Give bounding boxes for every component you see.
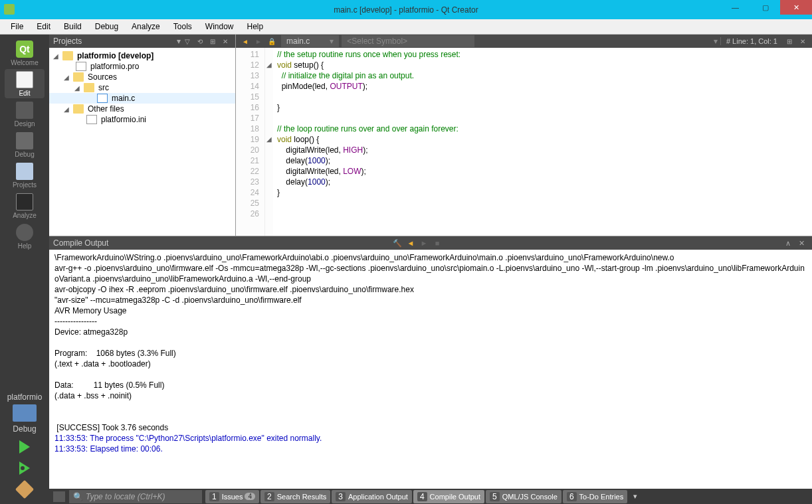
line-gutter: 11121314151617181920212223242526	[236, 48, 265, 236]
menu-tools[interactable]: Tools	[167, 20, 199, 33]
split-editor-icon[interactable]: ⊞	[783, 36, 795, 46]
status-tab-application-output[interactable]: 3Application Output	[332, 490, 412, 503]
editor-toolbar: ◄ ► 🔒 main.c▾ <Select Symbol> ▾ # Line: …	[236, 35, 812, 48]
menu-window[interactable]: Window	[199, 20, 241, 33]
projects-title: Projects	[53, 37, 177, 46]
output-title: Compile Output	[53, 238, 391, 248]
status-tab-compile-output[interactable]: 4Compile Output	[413, 490, 484, 503]
output-tabs: 1Issues42Search Results3Application Outp…	[205, 490, 628, 503]
tree-sources[interactable]: ◢Sources	[49, 72, 235, 82]
output-status: 11:33:53: The process "C:\Python27\Scrip…	[54, 434, 322, 454]
output-text: \FrameworkArduino\WString.o .pioenvs\ard…	[54, 253, 805, 432]
tree-root[interactable]: ◢platformio [develop]	[49, 50, 235, 61]
tree-other[interactable]: ◢Other files	[49, 104, 235, 114]
menu-build[interactable]: Build	[57, 20, 88, 33]
app-icon	[4, 4, 15, 15]
run-button[interactable]	[10, 438, 39, 456]
kit-name: platformio	[5, 392, 45, 402]
kit-selector[interactable]: platformio Debug	[5, 392, 45, 434]
fold-column[interactable]: ◢◢	[265, 48, 273, 236]
locator-input[interactable]: 🔍Type to locate (Ctrl+K)	[69, 490, 202, 503]
code-editor[interactable]: 11121314151617181920212223242526 ◢◢ // t…	[236, 48, 812, 236]
pro-file-icon	[76, 62, 86, 71]
close-button[interactable]: ✕	[780, 0, 812, 15]
lock-icon[interactable]: 🔒	[266, 36, 278, 46]
projects-icon	[16, 163, 33, 180]
mode-help[interactable]: Help	[5, 222, 45, 251]
sync-icon[interactable]: ⟲	[194, 36, 206, 46]
nav-back-icon[interactable]: ◄	[239, 36, 251, 46]
build-button[interactable]	[10, 480, 39, 499]
dropdown-icon[interactable]: ▾	[714, 37, 718, 46]
menu-debug[interactable]: Debug	[88, 20, 125, 33]
file-tab[interactable]: main.c▾	[281, 35, 339, 47]
tabs-dropdown-icon[interactable]: ▾	[629, 491, 641, 502]
compile-output[interactable]: \FrameworkArduino\WString.o .pioenvs\ard…	[49, 250, 812, 489]
design-icon	[16, 102, 33, 119]
code-content[interactable]: // the setup routine runs once when you …	[273, 48, 812, 236]
editor-area: ◄ ► 🔒 main.c▾ <Select Symbol> ▾ # Line: …	[236, 35, 812, 236]
mode-welcome[interactable]: QtWelcome	[5, 39, 45, 68]
hammer-icon	[15, 480, 34, 499]
run-debug-button[interactable]	[10, 459, 39, 477]
maximize-button[interactable]: ▢	[750, 0, 780, 15]
split-icon[interactable]: ⊞	[207, 36, 219, 46]
close-panel-icon[interactable]: ✕	[219, 36, 231, 46]
analyze-icon	[16, 193, 33, 210]
minimize-button[interactable]: —	[720, 0, 750, 15]
status-tab-qml-js-console[interactable]: 5QML/JS Console	[486, 490, 561, 503]
prev-icon[interactable]: ◄	[405, 238, 417, 248]
tree-pro-file[interactable]: platformio.pro	[49, 61, 235, 72]
menu-help[interactable]: Help	[241, 20, 270, 33]
menu-analyze[interactable]: Analyze	[125, 20, 167, 33]
collapse-icon[interactable]: ◢	[73, 84, 81, 92]
play-icon	[19, 440, 30, 454]
mode-edit[interactable]: Edit	[5, 69, 45, 98]
symbol-selector[interactable]: <Select Symbol>	[342, 35, 474, 47]
sidebar-toggle-icon[interactable]	[53, 491, 65, 502]
qt-icon: Qt	[16, 41, 33, 58]
mode-projects[interactable]: Projects	[5, 161, 45, 190]
ini-file-icon	[86, 115, 97, 124]
dropdown-icon[interactable]: ▾	[177, 37, 181, 46]
maximize-output-icon[interactable]: ∧	[782, 238, 794, 248]
filter-icon[interactable]: ▽	[181, 36, 193, 46]
output-panel: Compile Output 🔨 ◄ ► ■ ∧ ✕ \FrameworkArd…	[49, 236, 812, 489]
monitor-icon	[13, 404, 37, 422]
menu-file[interactable]: File	[4, 20, 30, 33]
next-icon[interactable]: ►	[418, 238, 430, 248]
folder-icon	[84, 83, 94, 92]
menu-edit[interactable]: Edit	[30, 20, 57, 33]
edit-icon	[16, 71, 33, 88]
mode-analyze[interactable]: Analyze	[5, 191, 45, 220]
stop-icon[interactable]: ■	[431, 238, 443, 248]
collapse-icon[interactable]: ◢	[52, 52, 60, 60]
project-icon	[62, 51, 73, 60]
collapse-icon[interactable]: ◢	[62, 74, 70, 81]
mode-debug[interactable]: Debug	[5, 130, 45, 159]
status-tab-issues[interactable]: 1Issues4	[205, 490, 259, 503]
tree-src[interactable]: ◢src	[49, 82, 235, 93]
c-file-icon	[97, 94, 108, 103]
close-editor-icon[interactable]: ✕	[797, 36, 809, 46]
status-tab-search-results[interactable]: 2Search Results	[260, 490, 330, 503]
output-header: Compile Output 🔨 ◄ ► ■ ∧ ✕	[49, 236, 812, 250]
status-tab-to-do-entries[interactable]: 6To-Do Entries	[563, 490, 627, 503]
debug-icon	[16, 132, 33, 149]
projects-header: Projects ▾ ▽ ⟲ ⊞ ✕	[49, 35, 235, 48]
titlebar: main.c [develop] - platformio - Qt Creat…	[0, 0, 812, 19]
tree-main-c[interactable]: main.c	[49, 93, 235, 104]
main-area: QtWelcome Edit Design Debug Projects Ana…	[0, 35, 812, 504]
help-icon	[16, 224, 33, 241]
tree-ini[interactable]: platformio.ini	[49, 114, 235, 125]
line-col-info: # Line: 1, Col: 1	[720, 37, 783, 45]
close-output-icon[interactable]: ✕	[795, 238, 807, 248]
project-tree[interactable]: ◢platformio [develop] platformio.pro ◢So…	[49, 48, 235, 236]
hammer-small-icon[interactable]: 🔨	[391, 238, 403, 248]
mode-design[interactable]: Design	[5, 100, 45, 129]
window-controls: — ▢ ✕	[720, 0, 812, 15]
nav-forward-icon[interactable]: ►	[253, 36, 264, 46]
dropdown-icon[interactable]: ▾	[330, 37, 334, 46]
collapse-icon[interactable]: ◢	[62, 106, 70, 113]
folder-icon	[73, 104, 84, 114]
